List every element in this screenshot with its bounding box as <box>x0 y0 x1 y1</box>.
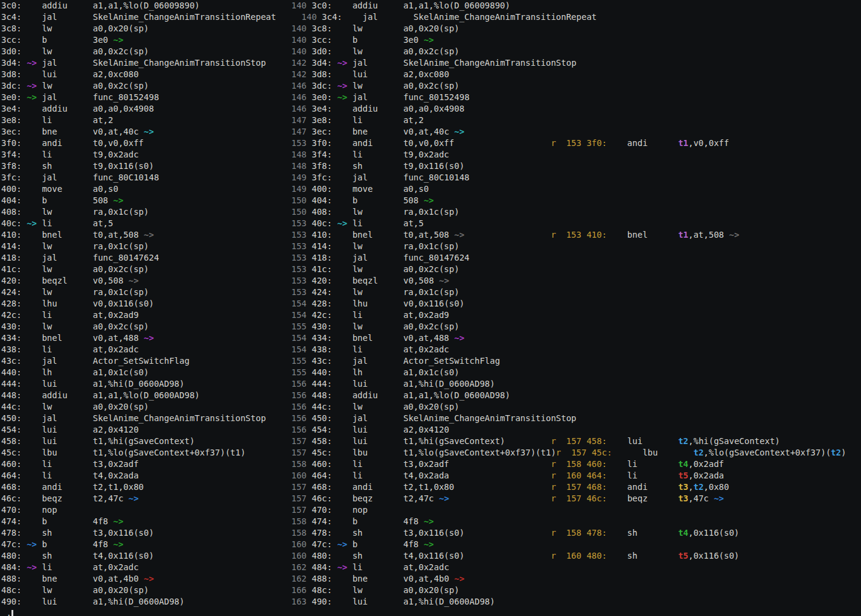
asm-text: andi <box>353 138 373 148</box>
asm-text: 154 <box>291 345 306 354</box>
asm-text: 4f8 <box>403 516 424 526</box>
asm-text: 3f0: <box>312 138 332 148</box>
asm-text: 488: <box>1 574 22 583</box>
asm-text: 166 <box>291 585 306 595</box>
asm-text: at,0x2adc <box>93 345 139 354</box>
asm-text: at,5 <box>403 218 424 228</box>
asm-text: addiu <box>42 390 67 400</box>
branch-arrow: ~> <box>337 81 347 90</box>
asm-text: 408: <box>312 207 332 217</box>
asm-text: 45c: <box>312 448 332 457</box>
asm-text: 160 <box>291 471 306 480</box>
asm-text: lw <box>353 287 363 297</box>
asm-text: andi <box>42 138 62 148</box>
asm-text: at,5 <box>93 218 114 228</box>
asm-text: 45c: <box>592 448 612 457</box>
asm-text: ,%hi(gSaveContext) <box>688 436 780 446</box>
asm-text: li <box>353 115 363 125</box>
asm-text: jal <box>353 58 368 68</box>
asm-text: lui <box>353 597 368 606</box>
asm-text: 460: <box>586 459 607 469</box>
asm-row: 3c0: addiu a1,a1,%lo(D_06009890) 140 3c0… <box>1 0 861 11</box>
asm-text: lui <box>42 69 57 79</box>
asm-text: 490: <box>1 597 22 606</box>
asm-text: a2,0x4120 <box>93 425 139 434</box>
register-highlight: t5 <box>678 551 688 560</box>
asm-text: 404: <box>312 195 332 205</box>
asm-text: a0,0x2c(sp) <box>403 81 459 90</box>
asm-text: at,0x2adc <box>403 562 449 572</box>
asm-text: sh <box>42 551 52 560</box>
asm-text: v0,at,4b0 <box>93 574 144 583</box>
asm-text: 430: <box>1 322 22 331</box>
asm-text: 490: <box>312 597 332 606</box>
asm-row: 430: lw a0,0x2c(sp) 155 430: lw a0,0x2c(… <box>1 321 861 332</box>
asm-text: 468: <box>312 482 332 492</box>
asm-text: lw <box>42 264 52 274</box>
asm-text: at,0x2ad9 <box>93 310 139 320</box>
asm-text: 150 <box>291 207 306 217</box>
asm-text: 160 <box>291 551 306 560</box>
branch-arrow: ~> <box>113 516 123 526</box>
branch-arrow: ~> <box>337 218 347 228</box>
asm-text: a0,0x2c(sp) <box>403 264 459 274</box>
asm-text: ,at,508 <box>688 230 729 240</box>
asm-text: func_80152498 <box>93 92 159 102</box>
asm-text: 156 <box>291 390 306 400</box>
asm-text: 410: <box>312 230 332 240</box>
asm-text: 474: <box>1 516 22 526</box>
asm-text: bnel <box>353 230 373 240</box>
asm-text: 3d8: <box>312 69 332 79</box>
asm-text: sh <box>42 161 52 171</box>
asm-text: bne <box>42 574 57 583</box>
asm-text: 42c: <box>1 310 22 320</box>
asm-text: a0,0x2c(sp) <box>403 46 459 56</box>
asm-text: 153 <box>291 138 306 148</box>
asm-text: t4,0x116(s0) <box>93 551 154 560</box>
asm-text: 146 <box>291 104 306 113</box>
asm-text: jal <box>353 253 368 262</box>
branch-arrow: ~> <box>27 92 37 102</box>
asm-text: 162 <box>291 562 306 572</box>
asm-text: t4,0x2ada <box>403 471 449 480</box>
asm-text: 156 <box>291 413 306 423</box>
asm-text: a0,0x20(sp) <box>403 24 459 33</box>
asm-text: 3c0: <box>312 1 332 10</box>
asm-text: SkelAnime_ChangeAnimTransitionStop <box>93 58 266 68</box>
asm-row: 418: jal func_80147624 153 418: jal func… <box>1 252 861 264</box>
asm-row: 448: addiu a1,a1,%lo(D_0600AD98) 156 448… <box>1 390 861 401</box>
asm-text: 156 <box>291 379 306 389</box>
branch-arrow: ~> <box>129 494 139 503</box>
asm-text: 3c4: <box>1 12 22 22</box>
branch-arrow: ~> <box>454 574 464 583</box>
asm-text: jal <box>42 58 57 68</box>
asm-text: 460: <box>1 459 22 469</box>
asm-text: lw <box>353 264 363 274</box>
asm-text: t2,47c <box>93 494 129 503</box>
asm-text: 470: <box>1 505 22 515</box>
asm-text: 162 <box>291 574 306 583</box>
asm-row: 3c8: lw a0,0x20(sp) 140 3c8: lw a0,0x20(… <box>1 23 861 34</box>
asm-text: 155 <box>291 356 306 366</box>
asm-text: andi <box>627 482 648 492</box>
asm-text: 3ec: <box>312 127 332 136</box>
asm-text: lui <box>353 379 368 389</box>
asm-text: bne <box>42 127 57 136</box>
asm-text: at,0x2ad9 <box>403 310 449 320</box>
asm-text: 3cc: <box>312 35 332 45</box>
asm-text: 153 <box>291 241 306 251</box>
terminal-screen[interactable]: 3c0: addiu a1,a1,%lo(D_06009890) 140 3c0… <box>1 0 861 616</box>
asm-text: a0,0x2c(sp) <box>403 322 459 331</box>
asm-text: lui <box>42 597 57 606</box>
asm-text: t3,0x116(s0) <box>403 528 464 538</box>
asm-text: addiu <box>353 104 378 113</box>
asm-text: 157 <box>571 448 586 457</box>
register-highlight: t3 <box>678 494 688 503</box>
register-highlight: t3 <box>678 482 688 492</box>
asm-text: lw <box>42 241 52 251</box>
asm-text: b <box>42 516 46 526</box>
asm-text: v0,508 <box>403 276 439 285</box>
branch-arrow: ~> <box>144 127 154 136</box>
register-highlight: t2 <box>678 436 688 446</box>
asm-row: 468: andi t2,t1,0x80 157 468: andi t2,t1… <box>1 481 861 493</box>
